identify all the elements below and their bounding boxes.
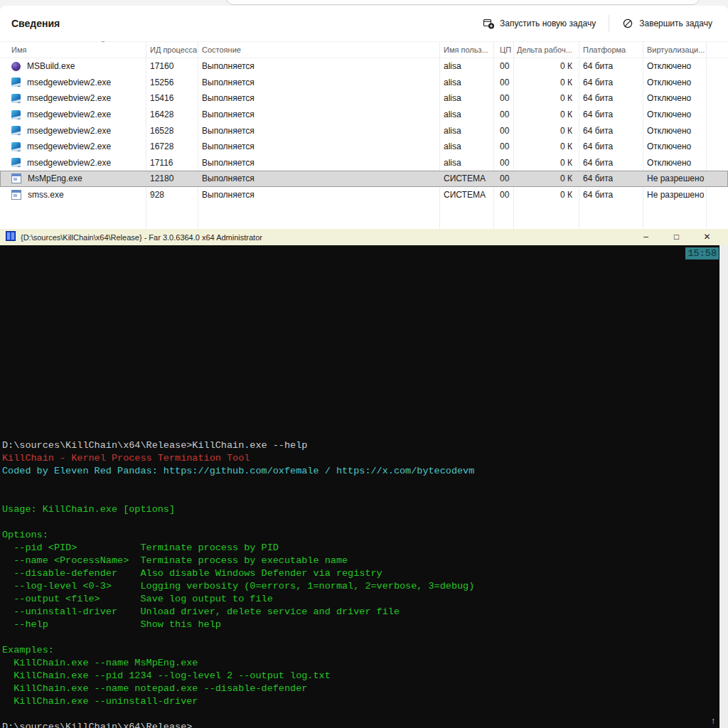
cell-user: alisa xyxy=(439,141,493,151)
console-line: KillChain - Kernel Process Termination T… xyxy=(2,452,474,465)
table-row[interactable]: MsMpEng.exe12180ВыполняетсяСИСТЕМА000 К6… xyxy=(0,171,728,187)
cell-virt: Отключено xyxy=(643,158,706,168)
cell-cpu: 00 xyxy=(493,190,513,200)
cell-pid: 16428 xyxy=(146,109,198,119)
page-title: Сведения xyxy=(11,18,60,29)
edge-process-icon xyxy=(11,142,21,151)
table-row[interactable]: smss.exe928ВыполняетсяСИСТЕМА000 К64 бит… xyxy=(0,187,728,203)
cell-cpu: 00 xyxy=(493,77,513,87)
cell-delta: 0 К xyxy=(513,61,579,71)
cell-pid: 12180 xyxy=(146,173,198,183)
console-line: --output <file> Save log output to file xyxy=(2,593,474,606)
process-name: msedgewebview2.exe xyxy=(27,126,111,136)
minimize-button[interactable]: – xyxy=(631,229,661,245)
cell-cpu: 00 xyxy=(493,109,513,119)
column-header-pid[interactable]: ИД процесса xyxy=(146,46,198,54)
cell-platform: 64 бита xyxy=(579,61,643,71)
far-titlebar[interactable]: {D:\sources\KillChain\x64\Release} - Far… xyxy=(0,229,728,245)
cell-cpu: 00 xyxy=(493,141,513,151)
cell-cpu: 00 xyxy=(493,93,513,103)
toolbar-actions: Запустить новую задачу Завершить задачу xyxy=(474,13,721,34)
cell-platform: 64 бита xyxy=(579,126,643,136)
process-name: msedgewebview2.exe xyxy=(27,158,111,168)
cell-status: Выполняется xyxy=(198,77,439,87)
column-header-status[interactable]: Состояние xyxy=(198,46,439,54)
cell-status: Выполняется xyxy=(198,93,439,103)
close-button[interactable]: ✕ xyxy=(692,229,722,245)
cell-virt: Отключено xyxy=(643,109,706,119)
console-output: D:\sources\KillChain\x64\Release>KillCha… xyxy=(2,439,474,728)
toolbar-divider xyxy=(609,15,609,32)
console-line: Examples: xyxy=(2,644,474,657)
cell-virt: Отключено xyxy=(643,77,706,87)
table-row[interactable]: msedgewebview2.exe15416Выполняетсяalisa0… xyxy=(0,90,728,107)
column-header-delta[interactable]: Дельта рабоч... xyxy=(513,46,579,54)
column-header-name[interactable]: Имя xyxy=(0,46,146,54)
cell-cpu: 00 xyxy=(493,126,513,136)
cell-virt: Отключено xyxy=(643,126,706,136)
console-scrollbar[interactable] xyxy=(719,245,728,728)
msbuild-process-icon xyxy=(11,62,21,71)
table-row[interactable]: msedgewebview2.exe16428Выполняетсяalisa0… xyxy=(0,107,728,123)
console-line: --name <ProcessName> Terminate process b… xyxy=(2,555,474,567)
cell-delta: 0 К xyxy=(513,141,579,151)
maximize-button[interactable]: □ xyxy=(661,229,692,245)
table-row[interactable]: msedgewebview2.exe16528Выполняетсяalisa0… xyxy=(0,122,728,139)
console-line: --help Show this help xyxy=(2,619,474,631)
cell-user: alisa xyxy=(439,61,493,71)
cell-delta: 0 К xyxy=(513,109,579,119)
search-box-fragment[interactable] xyxy=(226,0,700,5)
cell-pid: 17116 xyxy=(146,158,198,168)
cell-delta: 0 К xyxy=(513,173,579,183)
cell-pid: 17160 xyxy=(146,61,198,71)
run-new-task-button[interactable]: Запустить новую задачу xyxy=(474,13,604,34)
edge-process-icon xyxy=(11,77,21,87)
table-row[interactable]: MSBuild.exe17160Выполняетсяalisa000 К64 … xyxy=(0,58,728,75)
cell-cpu: 00 xyxy=(493,173,513,183)
cell-cpu: 00 xyxy=(493,61,513,71)
console-line: --pid <PID> Terminate process by PID xyxy=(2,542,474,555)
console-line: KillChain.exe --uninstall-driver xyxy=(2,695,474,708)
console-line xyxy=(2,708,474,721)
process-name: msedgewebview2.exe xyxy=(27,141,111,151)
cell-delta: 0 К xyxy=(513,126,579,136)
column-header-user[interactable]: Имя польз... xyxy=(439,46,493,54)
scroll-up-indicator[interactable]: ↑ xyxy=(711,716,715,726)
cell-virt: Отключено xyxy=(643,141,706,151)
cell-pid: 16728 xyxy=(146,141,198,151)
table-row[interactable]: msedgewebview2.exe16728Выполняетсяalisa0… xyxy=(0,139,728,155)
cell-platform: 64 бита xyxy=(579,77,643,87)
cell-user: alisa xyxy=(439,109,493,119)
cell-platform: 64 бита xyxy=(579,93,643,103)
edge-process-icon xyxy=(11,94,21,103)
column-header-virt[interactable]: Виртуализаци... xyxy=(643,46,706,54)
table-row[interactable]: msedgewebview2.exe17116Выполняетсяalisa0… xyxy=(0,155,728,171)
column-header-platform[interactable]: Платформа xyxy=(579,46,643,54)
console-line: KillChain.exe --name notepad.exe --disab… xyxy=(2,682,474,695)
cell-status: Выполняется xyxy=(198,190,439,200)
edge-process-icon xyxy=(11,158,21,167)
table-row[interactable]: msedgewebview2.exe15256Выполняетсяalisa0… xyxy=(0,75,728,91)
process-table: Имя⌃ИД процессаСостояниеИмя польз...ЦПДе… xyxy=(0,41,728,229)
new-task-icon xyxy=(483,18,494,29)
column-header-cpu[interactable]: ЦП xyxy=(493,46,513,54)
cell-status: Выполняется xyxy=(198,141,439,151)
cell-platform: 64 бита xyxy=(579,109,643,119)
cell-platform: 64 бита xyxy=(579,158,643,168)
end-task-button[interactable]: Завершить задачу xyxy=(614,13,721,34)
console-line xyxy=(2,516,474,529)
console-line: KillChain.exe --pid 1234 --log-level 2 -… xyxy=(2,670,474,682)
cell-pid: 928 xyxy=(146,190,198,200)
process-name: msedgewebview2.exe xyxy=(27,77,111,87)
console-line: --log-level <0-3> Logging verbosity (0=e… xyxy=(2,580,474,593)
cell-status: Выполняется xyxy=(198,109,439,119)
cell-delta: 0 К xyxy=(513,77,579,87)
cell-user: alisa xyxy=(439,93,493,103)
app-process-icon xyxy=(11,173,21,183)
console: 15:58 D:\sources\KillChain\x64\Release>K… xyxy=(0,245,719,728)
cell-status: Выполняется xyxy=(198,126,439,136)
end-task-icon xyxy=(622,18,633,29)
cell-virt: Отключено xyxy=(643,93,706,103)
cell-user: СИСТЕМА xyxy=(439,173,493,183)
cell-virt: Не разрешено xyxy=(643,190,706,200)
